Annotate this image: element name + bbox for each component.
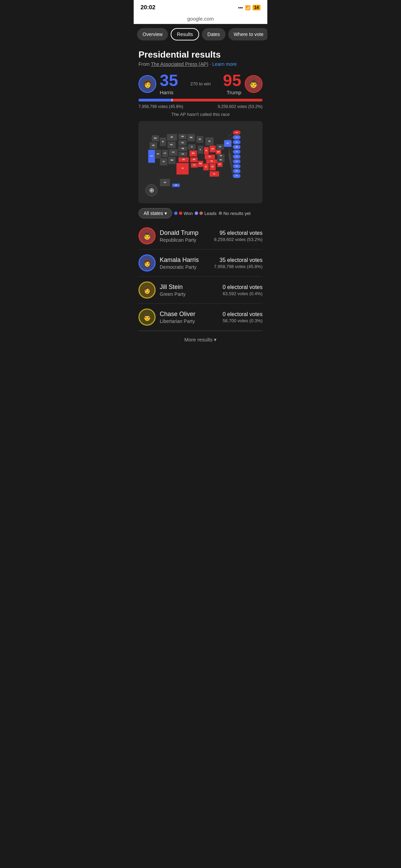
harris-list-results: 35 electoral votes 7,958,798 votes (45.8…: [214, 257, 263, 269]
state-ny: [224, 140, 231, 147]
legend-dot-gray: [219, 212, 222, 215]
state-hi: [172, 183, 180, 187]
map-legend: All states ▾ Won Leads No results yet: [138, 208, 263, 218]
svg-text:NJ: NJ: [236, 160, 238, 162]
browser-bar: google.com: [134, 14, 267, 24]
vote-counts: 7,958,798 votes (45.8%) 9,259,602 votes …: [138, 104, 263, 109]
trump-list-avatar: 👨: [138, 227, 156, 244]
state-mn: [187, 134, 195, 142]
ap-link[interactable]: The Associated Press (AP): [151, 61, 208, 67]
trump-header: 👨 95 Trump: [223, 72, 263, 95]
trump-progress: [172, 99, 263, 101]
tab-where-to-vote[interactable]: Where to vote: [228, 28, 267, 40]
legend-won: Won: [174, 211, 193, 216]
more-results-label: More results: [184, 337, 213, 342]
status-icons: ▪▪▪ 📶 14: [238, 5, 260, 10]
stein-list-results: 0 electoral votes 63,592 votes (0.4%): [222, 284, 263, 296]
oliver-list-name: Chase Oliver: [160, 311, 218, 318]
trump-list-name: Donald Trump: [160, 229, 210, 237]
state-az: [160, 158, 167, 166]
state-ok: [179, 157, 189, 162]
ap-notice: The AP hasn't called this race: [138, 112, 263, 117]
svg-text:DE: DE: [236, 165, 238, 167]
list-item-trump[interactable]: 👨 Donald Trump Republican Party 95 elect…: [138, 222, 263, 250]
vote-progress-bar: [138, 99, 263, 101]
status-bar: 20:02 ▪▪▪ 📶 14: [134, 0, 267, 14]
legend-dot-red-leads: [199, 212, 203, 215]
harris-name: Harris: [160, 89, 178, 95]
trump-name: Trump: [223, 89, 241, 95]
state-sc: [217, 162, 222, 167]
signal-icon: ▪▪▪: [238, 5, 243, 10]
list-item-oliver[interactable]: 👨 Chase Oliver Libertarian Party 0 elect…: [138, 304, 263, 331]
harris-list-name: Kamala Harris: [160, 256, 210, 264]
trump-popular-votes: 9,259,602 votes (53.2%): [214, 237, 263, 242]
list-item-stein[interactable]: 👩 Jill Stein Green Party 0 electoral vot…: [138, 277, 263, 304]
state-wy: [167, 142, 175, 148]
trump-list-info: Donald Trump Republican Party: [160, 229, 210, 243]
state-ia: [188, 144, 196, 150]
state-mo: [190, 150, 197, 157]
state-mi: [205, 137, 214, 146]
learn-more-link[interactable]: Learn more: [212, 61, 237, 67]
electoral-map: WA OR CA ID MT WY NV: [138, 121, 263, 203]
legend-won-label: Won: [184, 211, 193, 216]
state-fl: [209, 171, 219, 177]
state-wa: [151, 135, 159, 142]
candidates-header: 👩 35 Harris 270 to win 👨 95 Trump: [138, 72, 263, 95]
url-display: google.com: [187, 16, 214, 22]
tab-dates[interactable]: Dates: [202, 28, 226, 40]
harris-progress: [138, 99, 172, 101]
stein-list-name: Jill Stein: [160, 284, 218, 291]
legend-dot-blue-won: [174, 212, 178, 215]
svg-text:CT: CT: [236, 156, 238, 157]
svg-text:RI: RI: [236, 151, 238, 153]
state-wv: [216, 150, 221, 155]
state-ks: [179, 152, 187, 157]
source-text: From The Associated Press (AP): [138, 61, 208, 67]
svg-text:MD: MD: [235, 170, 238, 172]
state-ar: [190, 157, 198, 162]
list-item-harris[interactable]: 👩 Kamala Harris Democratic Party 35 elec…: [138, 250, 263, 277]
state-pa: [216, 144, 224, 150]
harris-votes: 35: [160, 72, 178, 89]
more-results-button[interactable]: More results ▾: [138, 331, 263, 348]
state-ms: [198, 161, 203, 167]
state-or: [149, 142, 157, 149]
legend-leads: Leads: [195, 211, 216, 216]
tab-results[interactable]: Results: [171, 28, 199, 40]
state-ut: [162, 150, 168, 157]
stein-electoral-votes: 0 electoral votes: [222, 284, 263, 290]
oliver-popular-votes: 58,700 votes (0.3%): [222, 318, 263, 323]
harris-electoral-votes: 35 electoral votes: [214, 257, 263, 263]
state-nv: [155, 150, 161, 159]
tab-overview[interactable]: Overview: [137, 28, 168, 40]
zoom-button[interactable]: ⊕: [145, 184, 158, 196]
state-id: [160, 137, 166, 146]
harris-list-avatar: 👩: [138, 254, 156, 272]
trump-electoral-votes: 95 electoral votes: [214, 230, 263, 236]
oliver-list-results: 0 electoral votes 58,700 votes (0.3%): [222, 311, 263, 323]
all-states-filter[interactable]: All states ▾: [138, 208, 172, 218]
svg-text:VT: VT: [236, 136, 238, 138]
state-ga: [209, 164, 216, 170]
zoom-icon: ⊕: [149, 186, 154, 194]
state-co: [169, 149, 178, 156]
page-title: Presidential results: [138, 49, 263, 60]
oliver-list-avatar: 👨: [138, 309, 156, 326]
state-sd: [179, 140, 187, 146]
stein-list-avatar: 👩: [138, 281, 156, 299]
time: 20:02: [141, 4, 155, 11]
chevron-down-icon: ▾: [165, 210, 167, 216]
stein-list-party: Green Party: [160, 291, 218, 297]
state-nd: [179, 134, 187, 140]
legend-dot-red-won: [179, 212, 182, 215]
harris-info: 35 Harris: [160, 72, 178, 95]
win-threshold: 270 to win: [190, 81, 210, 86]
oliver-electoral-votes: 0 electoral votes: [222, 311, 263, 317]
source-line: From The Associated Press (AP) · Learn m…: [138, 61, 263, 67]
trump-avatar: 👨: [245, 75, 263, 93]
harris-vote-count: 7,958,798 votes (45.8%): [138, 104, 183, 109]
harris-list-info: Kamala Harris Democratic Party: [160, 256, 210, 270]
state-oh: [209, 146, 216, 153]
